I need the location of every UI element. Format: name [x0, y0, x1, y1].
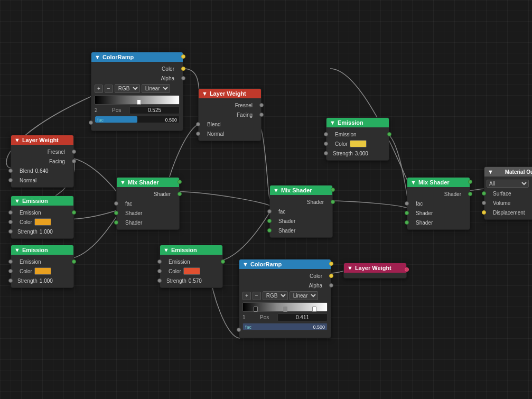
em3-color-swatch[interactable] — [34, 267, 51, 275]
ms1-fac-row: fac — [117, 199, 179, 208]
emission-node-2: ▼ Emission Emission Color Strength 1.000 — [11, 196, 74, 239]
em2-title: Emission — [22, 198, 48, 204]
cr2-color-socket — [329, 274, 333, 278]
cr2-gradient-bar[interactable] — [242, 302, 328, 312]
ms1-shader1-row: Shader — [117, 208, 179, 218]
em2-color-row: Color — [11, 217, 73, 227]
ms1-fac-label: fac — [120, 201, 132, 207]
mo-body: All Surface Volume Displacement — [484, 177, 532, 219]
pos-label-1: Pos — [112, 107, 128, 113]
ms3-title: Mix Shader — [418, 179, 450, 185]
lw2-fresnel-row: Fresnel — [11, 147, 73, 156]
em3-strength-row: Strength 1.000 — [11, 276, 73, 285]
cr2-color-out — [329, 262, 333, 266]
em4-color-row: Color — [160, 266, 222, 276]
cr2-toolbar: + − RGB Linear — [239, 290, 331, 301]
lw2-fresnel-label: Fresnel — [14, 149, 70, 155]
em2-emission-label: Emission — [14, 210, 41, 216]
ms2-shader2-label: Shader — [273, 228, 295, 234]
em3-icon: ▼ — [14, 247, 20, 253]
color-row: Color — [91, 64, 183, 73]
lw1-body: Fresnel Facing Blend Normal — [199, 98, 261, 141]
lw3-icon: ▼ — [347, 265, 353, 271]
ms1-shader-label: Shader — [120, 191, 176, 197]
color-label: Color — [95, 66, 180, 72]
cr2-add-btn[interactable]: + — [242, 292, 251, 300]
lw2-facing-socket — [72, 159, 76, 163]
mo-volume-label: Volume — [488, 200, 510, 206]
interp-select[interactable]: Linear — [142, 84, 170, 93]
lw2-facing-label: Facing — [14, 159, 70, 164]
cr2-marker-2[interactable] — [283, 307, 287, 312]
pos-row-1: 2 Pos 0.525 — [91, 106, 183, 115]
em2-emission-row: Emission — [11, 208, 73, 217]
ms2-fac-socket — [267, 209, 272, 214]
em4-emission-row: Emission — [160, 257, 222, 266]
fac-bar-1[interactable]: fac 0.500 — [95, 116, 180, 123]
alpha-row: Alpha — [91, 73, 183, 83]
em1-strength-val: 3.000 — [355, 151, 368, 156]
pos-value-1[interactable]: 0.525 — [129, 106, 180, 114]
em2-color-swatch[interactable] — [34, 218, 51, 226]
mix-shader-node-2: ▼ Mix Shader Shader fac Shader Shader — [269, 185, 333, 238]
lw1-facing-label: Facing — [202, 112, 258, 118]
cr2-alpha-row: Alpha — [239, 281, 331, 290]
em1-color-swatch[interactable] — [350, 140, 367, 147]
mo-title: Material Output — [505, 169, 532, 175]
em3-strength-label: Strength — [17, 278, 38, 284]
ms3-icon: ▼ — [410, 179, 416, 185]
fac-label-1: fac — [97, 116, 104, 123]
cr2-pos-value[interactable]: 0.411 — [277, 313, 328, 321]
color-mode-select[interactable]: RGB — [115, 84, 140, 93]
em1-color-socket — [324, 142, 328, 146]
em4-color-swatch[interactable] — [183, 267, 200, 275]
lw2-body: Fresnel Facing Blend 0.640 Normal — [11, 145, 73, 187]
cr2-fac-bar[interactable]: fac 0.500 — [242, 323, 328, 330]
cr2-marker-1[interactable] — [254, 307, 258, 312]
cr2-interp[interactable]: Linear — [290, 291, 318, 300]
ms3-shader2-label: Shader — [410, 220, 433, 226]
ms1-shader-row: Shader — [117, 189, 179, 199]
em1-emission-socket — [324, 132, 328, 136]
em1-color-row: Color — [326, 139, 389, 149]
cr2-marker-3[interactable] — [312, 307, 316, 312]
ms1-body: Shader fac Shader Shader — [117, 187, 179, 229]
gradient-bar-1[interactable] — [95, 95, 180, 105]
layer-weight-node-1: ▼ Layer Weight Fresnel Facing Blend Norm… — [198, 88, 262, 141]
em1-title: Emission — [338, 119, 363, 126]
remove-stop-btn[interactable]: − — [105, 85, 113, 93]
add-stop-btn[interactable]: + — [95, 85, 103, 93]
cr2-rem-btn[interactable]: − — [253, 292, 261, 300]
cr2-color-mode[interactable]: RGB — [263, 291, 288, 300]
ms1-out-socket — [178, 180, 182, 184]
em2-strength-val: 1.000 — [40, 229, 53, 235]
alpha-socket — [181, 76, 185, 80]
lw2-blend-row: Blend 0.640 — [11, 166, 73, 175]
toolbar-row: + − RGB Linear — [91, 83, 183, 94]
mo-disp-label: Displacement — [488, 210, 525, 216]
emission-node-1: ▼ Emission Emission Color Strength 3.000 — [326, 117, 389, 161]
color-ramp-1-title: ColorRamp — [102, 54, 134, 60]
em3-color-row: Color — [11, 266, 73, 276]
em1-out-socket — [387, 132, 391, 136]
em3-emission-label: Emission — [14, 259, 41, 265]
cr2-pos-num: 1 — [242, 314, 258, 320]
color-ramp-1-body: Color Alpha + − RGB Linear 2 Pos 0.525 — [91, 62, 183, 131]
emission-node-4: ▼ Emission Emission Color Strength 0.570 — [160, 245, 223, 288]
ms3-shader-socket — [468, 192, 472, 196]
ms2-title: Mix Shader — [281, 187, 312, 193]
em2-body: Emission Color Strength 1.000 — [11, 206, 73, 238]
ms2-shader1-row: Shader — [270, 216, 332, 226]
em1-strength-socket — [324, 151, 328, 155]
gradient-marker-1[interactable] — [137, 99, 141, 105]
lw1-blend-label: Blend — [202, 122, 221, 127]
ms1-title: Mix Shader — [128, 179, 159, 185]
color-ramp-1-header: ▼ ColorRamp — [91, 52, 183, 62]
ms3-shader-row: Shader — [407, 189, 470, 199]
em2-emission-socket — [8, 210, 13, 215]
cr2-fac-label: fac — [245, 323, 251, 331]
mo-target-select[interactable]: All — [487, 180, 529, 188]
color-socket — [181, 67, 185, 71]
em1-strength-row: Strength 3.000 — [326, 149, 389, 158]
ms3-fac-row: fac — [407, 199, 470, 208]
